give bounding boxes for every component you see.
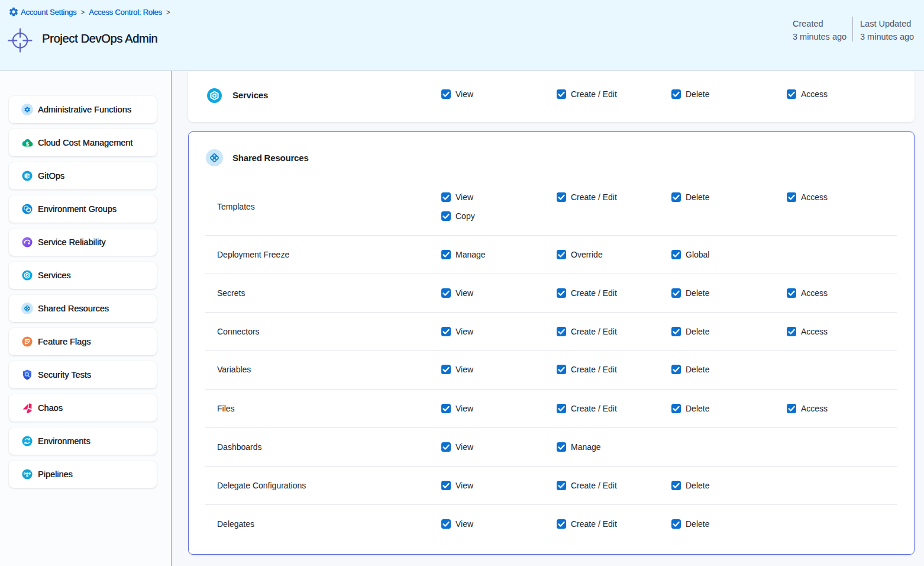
svg-text:$: $ — [26, 140, 30, 147]
